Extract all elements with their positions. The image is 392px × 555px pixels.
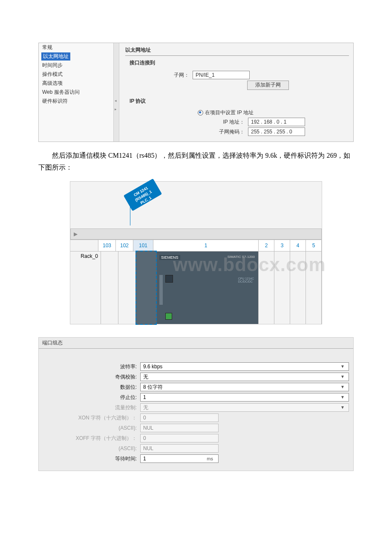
splitter[interactable]: ◂ ▸ [114,43,119,142]
xon-ascii-label: (ASCII): [43,425,140,431]
ip-label: IP 地址： [125,119,248,126]
slot-102[interactable]: 102 [116,240,133,251]
wait-time-input[interactable]: 1 ms [140,454,219,463]
xoff-ascii-label: (ASCII): [43,445,140,451]
nav-tree: 常规 以太网地址 时间同步 操作模式 高级选项 Web 服务器访问 硬件标识符 [39,43,114,142]
databits-label: 数据位: [43,384,140,391]
section-title: 以太网地址 [125,46,349,56]
mask-label: 子网掩码： [125,128,248,136]
chevron-down-icon: ▼ [339,393,346,401]
plc-module[interactable]: www.bdocx.com SIEMENS SIMATIC S7-1200 CP… [156,251,259,324]
nav-general[interactable]: 常规 [39,43,113,52]
slot-4[interactable]: 4 [290,240,306,251]
ip-address-input[interactable]: 192 . 168 . 0 . 1 [248,118,305,126]
nav-hw-id[interactable]: 硬件标识符 [39,97,113,106]
subnet-mask-input[interactable]: 255 . 255 . 255 . 0 [248,127,305,136]
parity-select[interactable]: 无▼ [140,373,349,381]
xon-hex-input: 0 [140,413,219,422]
slot-2[interactable]: 2 [259,240,274,251]
port-config-header: 端口组态 [39,338,353,349]
plc-brand: SIEMENS [159,255,180,260]
rack-label: Rack_0 [70,251,101,324]
nav-adv-options[interactable]: 高级选项 [39,79,113,88]
nav-web-access[interactable]: Web 服务器访问 [39,88,113,97]
cm1241-tag: CM 1241 (RS485)_1 PLC_1 [124,179,162,211]
subnet-label: 子网： [125,72,193,79]
databits-select[interactable]: 8 位字符▼ [140,383,349,391]
parity-label: 奇偶校验: [43,373,140,381]
toolbar-strip: ▶ [70,228,322,240]
chevron-down-icon: ▼ [339,363,346,370]
set-ip-in-project-label: 在项目中设置 IP 地址 [205,109,254,116]
xoff-ascii-input: NUL [140,444,219,453]
xoff-hex-label: XOFF 字符（十六进制）： [43,435,140,442]
nav-op-mode[interactable]: 操作模式 [39,70,113,79]
stopbits-label: 停止位: [43,394,140,401]
xoff-hex-input: 0 [140,434,219,442]
nav-ethernet-address[interactable]: 以太网地址 [41,52,70,61]
interface-title: 接口连接到 [130,59,349,66]
slot-5[interactable]: 5 [306,240,322,251]
ip-section-title: IP 协议 [130,98,349,105]
slot-3[interactable]: 3 [274,240,290,251]
stopbits-select[interactable]: 1▼ [140,393,349,402]
chevron-down-icon: ▼ [339,383,346,391]
play-icon[interactable]: ▶ [71,231,80,237]
slot-103[interactable]: 103 [98,240,116,251]
slot-header-row: 103 102 101 1 2 3 4 5 [70,240,322,251]
tag-connector-line [130,205,130,225]
body-paragraph: 然后添加通信模块 CM1241（rs485），然后到属性设置，选择波特率为 9.… [38,150,354,173]
nav-time-sync[interactable]: 时间同步 [39,61,113,70]
ethernet-settings-panel: 常规 以太网地址 时间同步 操作模式 高级选项 Web 服务器访问 硬件标识符 … [38,43,354,142]
plc-model: SIMATIC S7-1200 [228,255,255,259]
chevron-down-icon: ▼ [339,404,346,411]
xon-ascii-input: NUL [140,424,219,432]
baud-select[interactable]: 9.6 kbps▼ [140,362,349,371]
port-config-panel: 端口组态 波特率: 9.6 kbps▼ 奇偶校验: 无▼ 数据位: 8 位字符▼ [38,337,354,471]
chevron-down-icon: ▼ [339,373,346,381]
slot-1[interactable]: 1 [153,240,259,251]
wait-time-label: 等待时间: [43,455,140,462]
rack-diagram: CM 1241 (RS485)_1 PLC_1 ▶ 103 102 101 1 … [70,181,322,324]
subnet-select[interactable]: PN/IE_1 [193,71,250,79]
ethernet-settings-content: 以太网地址 接口连接到 子网： PN/IE_1 添加新子网 IP 协议 在项目中… [119,43,353,142]
slot-101[interactable]: 101 [133,240,153,251]
flowcontrol-select: 无▼ [140,403,349,412]
flowcontrol-label: 流量控制: [43,404,140,411]
set-ip-in-project-radio[interactable] [198,110,203,116]
wait-time-unit: ms [207,455,216,462]
baud-label: 波特率: [43,363,140,370]
add-subnet-button[interactable]: 添加新子网 [247,81,289,90]
cm1241-module-selected[interactable] [135,251,157,325]
xon-hex-label: XON 字符（十六进制）： [43,414,140,422]
